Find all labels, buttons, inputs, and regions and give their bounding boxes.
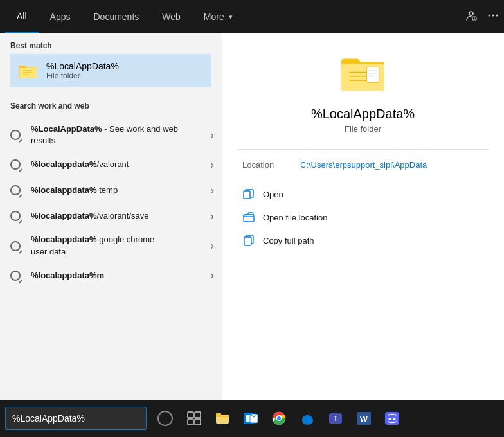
file-explorer-taskbar-icon[interactable] <box>210 406 235 431</box>
chevron-icon-4 <box>210 210 214 223</box>
action-copy-full-path[interactable]: Copy full path <box>237 229 489 252</box>
action-open[interactable]: Open <box>237 183 489 206</box>
search-result-3[interactable]: %localappdata% temp <box>0 177 222 203</box>
search-icon-3 <box>8 183 23 198</box>
tab-more-label: More <box>204 12 224 22</box>
teams-taskbar-icon[interactable]: T <box>323 406 348 431</box>
tab-web[interactable]: Web <box>150 0 192 33</box>
tab-more[interactable]: More ▾ <box>192 0 244 33</box>
result-title: %LocalAppData% <box>311 107 415 121</box>
best-match-section: Best match %LocalAppData% <box>0 33 222 93</box>
search-result-text-4: %localappdata%/valorant/save <box>31 210 210 222</box>
outlook-taskbar-icon[interactable] <box>238 406 264 431</box>
action-copy-path-label: Copy full path <box>263 236 314 245</box>
tab-apps[interactable]: Apps <box>39 0 82 33</box>
more-arrow-icon: ▾ <box>229 13 233 21</box>
result-subtitle: File folder <box>345 124 381 134</box>
svg-point-45 <box>389 418 392 420</box>
svg-rect-28 <box>188 412 194 418</box>
svg-point-4 <box>489 15 491 17</box>
search-result-1[interactable]: %LocalAppData% - See work and webresults <box>0 118 222 152</box>
search-icon-6 <box>8 268 23 283</box>
location-value[interactable]: C:\Users\erpsupport_sipl\AppData <box>300 160 427 170</box>
svg-point-39 <box>277 416 281 420</box>
tab-web-label: Web <box>162 12 181 22</box>
svg-rect-26 <box>244 237 251 245</box>
chevron-icon-5 <box>210 239 214 253</box>
open-icon <box>242 188 255 201</box>
taskbar-search-input[interactable] <box>12 413 140 424</box>
right-panel: %LocalAppData% File folder Location C:\U… <box>222 33 504 400</box>
chevron-icon-6 <box>210 269 214 282</box>
folder-icon-large <box>340 53 386 96</box>
tab-documents[interactable]: Documents <box>82 0 150 33</box>
location-row: Location C:\Users\erpsupport_sipl\AppDat… <box>237 160 489 170</box>
tab-all[interactable]: All <box>5 0 39 33</box>
svg-rect-33 <box>216 413 221 416</box>
tab-documents-label: Documents <box>93 12 139 22</box>
search-result-text-6: %localappdata%m <box>31 270 210 281</box>
action-open-label: Open <box>263 190 284 199</box>
search-result-text-2: %localappdata%/valorant <box>31 159 210 170</box>
nav-tabs: All Apps Documents Web More ▾ <box>5 0 465 33</box>
chrome-taskbar-icon[interactable] <box>266 406 292 431</box>
svg-rect-32 <box>216 415 229 424</box>
svg-point-0 <box>469 12 473 15</box>
word-taskbar-icon[interactable]: W <box>351 406 377 431</box>
discord-taskbar-icon[interactable] <box>379 406 405 431</box>
svg-point-27 <box>158 411 172 425</box>
left-panel: Best match %LocalAppData% <box>0 33 222 400</box>
best-match-item[interactable]: %LocalAppData% File folder <box>10 54 212 87</box>
svg-point-6 <box>496 15 498 17</box>
search-work-section: Search work and web <box>0 93 222 118</box>
svg-rect-30 <box>188 419 194 425</box>
action-open-file-location[interactable]: Open file location <box>237 206 489 229</box>
svg-rect-24 <box>244 215 254 222</box>
main-panel: Best match %LocalAppData% <box>0 33 504 400</box>
action-open-file-label: Open file location <box>263 213 327 222</box>
more-options-icon[interactable] <box>487 10 499 24</box>
svg-text:W: W <box>360 414 368 424</box>
svg-text:T: T <box>334 415 338 422</box>
open-file-location-icon <box>242 211 255 224</box>
top-nav: All Apps Documents Web More ▾ <box>0 0 504 33</box>
chevron-icon-3 <box>210 184 214 197</box>
search-result-2[interactable]: %localappdata%/valorant <box>0 152 222 177</box>
search-result-text-3: %localappdata% temp <box>31 184 210 196</box>
taskbar: T W <box>0 400 504 437</box>
best-match-subtitle: File folder <box>46 71 119 80</box>
svg-rect-9 <box>19 66 26 68</box>
search-work-label: Search work and web <box>10 102 212 111</box>
svg-rect-23 <box>244 191 250 199</box>
best-match-text: %LocalAppData% File folder <box>46 61 119 80</box>
best-match-title: %LocalAppData% <box>46 61 119 71</box>
search-result-5[interactable]: %localappdata% google chromeuser data <box>0 229 222 262</box>
search-result-6[interactable]: %localappdata%m <box>0 263 222 289</box>
location-label: Location <box>242 160 300 170</box>
svg-rect-29 <box>195 412 201 418</box>
svg-point-5 <box>492 15 494 17</box>
divider <box>237 149 489 150</box>
search-icon-1 <box>8 127 23 143</box>
folder-icon-small <box>18 60 39 81</box>
nav-right <box>465 10 499 24</box>
search-icon-4 <box>8 208 23 224</box>
search-icon-2 <box>8 157 23 172</box>
search-result-4[interactable]: %localappdata%/valorant/save <box>0 203 222 229</box>
svg-point-46 <box>393 418 396 420</box>
search-icon-5 <box>8 238 23 254</box>
copy-full-path-icon <box>242 234 255 247</box>
edge-taskbar-icon[interactable] <box>294 406 320 431</box>
search-result-text-5: %localappdata% google chromeuser data <box>31 234 210 257</box>
feedback-icon[interactable] <box>465 10 477 24</box>
svg-rect-19 <box>366 67 379 82</box>
taskbar-search-box[interactable] <box>5 407 147 430</box>
cortana-icon[interactable] <box>152 406 179 431</box>
search-result-text-1: %LocalAppData% - See work and webresults <box>31 123 210 147</box>
tab-apps-label: Apps <box>50 12 71 22</box>
tab-all-label: All <box>17 11 27 21</box>
task-view-icon[interactable] <box>181 406 207 431</box>
chevron-icon-1 <box>210 129 214 142</box>
svg-rect-31 <box>195 419 201 425</box>
chevron-icon-2 <box>210 158 214 172</box>
